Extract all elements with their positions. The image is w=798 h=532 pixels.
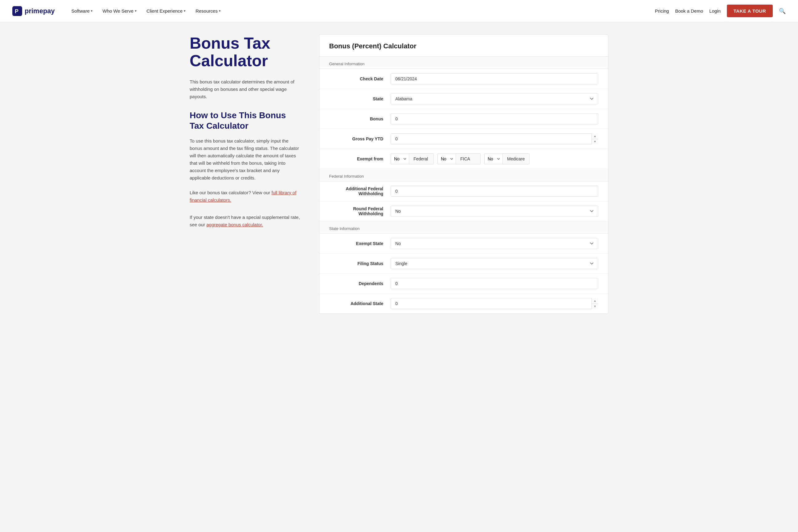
round-federal-label: Round FederalWithholding [329, 206, 391, 216]
bonus-input[interactable] [391, 113, 598, 125]
exempt-from-row: Exempt from No Yes Federal No Yes FICA [319, 149, 608, 169]
medicare-exempt-group: No Yes Medicare [484, 153, 530, 165]
medicare-exempt-select[interactable]: No Yes [484, 153, 503, 165]
aggregate-text: If your state doesn't have a special sup… [190, 214, 301, 228]
section-general-label: General Information [319, 57, 608, 69]
additional-state-spinner: ▲ ▼ [591, 298, 598, 309]
state-row: State Alabama Alaska Arizona Arkansas Ca… [319, 89, 608, 109]
nav-pricing[interactable]: Pricing [655, 8, 669, 14]
search-icon[interactable]: 🔍 [779, 8, 786, 15]
chevron-down-icon: ▾ [219, 9, 221, 13]
check-date-input[interactable] [391, 73, 598, 84]
page-title: Bonus Tax Calculator [190, 35, 301, 70]
dependents-row: Dependents [319, 274, 608, 294]
how-to-title: How to Use This Bonus Tax Calculator [190, 110, 301, 131]
logo-icon: P [12, 6, 22, 16]
library-link-text: Like our bonus tax calculator? View our … [190, 189, 301, 204]
bonus-row: Bonus [319, 109, 608, 129]
additional-state-row: Additional State ▲ ▼ [319, 294, 608, 314]
filing-status-row: Filing Status Single Married Head of Hou… [319, 254, 608, 274]
exempt-state-label: Exempt State [329, 241, 391, 246]
gross-pay-ytd-row: Gross Pay YTD ▲ ▼ [319, 129, 608, 149]
fica-exempt-select[interactable]: No Yes [437, 153, 456, 165]
left-panel: Bonus Tax Calculator This bonus tax calc… [190, 35, 307, 238]
page-layout: Bonus Tax Calculator This bonus tax calc… [184, 22, 614, 326]
take-tour-button[interactable]: TAKE A TOUR [727, 5, 773, 17]
calculator-title: Bonus (Percent) Calculator [329, 42, 598, 50]
section-state-label: State Information [319, 221, 608, 234]
additional-federal-input[interactable] [391, 186, 598, 197]
nav-right: Pricing Book a Demo Login TAKE A TOUR 🔍 [655, 5, 786, 17]
federal-label: Federal [409, 153, 434, 165]
navbar: P primepay Software ▾ Who We Serve ▾ Cli… [0, 0, 798, 22]
state-select[interactable]: Alabama Alaska Arizona Arkansas Californ… [391, 93, 598, 104]
round-federal-row: Round FederalWithholding No Yes [319, 201, 608, 221]
exempt-state-select[interactable]: No Yes [391, 238, 598, 249]
section-federal-label: Federal Information [319, 169, 608, 181]
aggregate-link[interactable]: aggregate bonus calculator. [206, 222, 263, 227]
nav-client-experience[interactable]: Client Experience ▾ [142, 6, 190, 16]
logo-link[interactable]: P primepay [12, 6, 55, 16]
additional-federal-label: Additional FederalWithholding [329, 186, 391, 196]
nav-login[interactable]: Login [709, 8, 721, 14]
spinner-down-additional-icon[interactable]: ▼ [592, 304, 598, 309]
exempt-from-label: Exempt from [329, 156, 391, 161]
dependents-label: Dependents [329, 281, 391, 286]
exempt-from-groups: No Yes Federal No Yes FICA No Yes [391, 153, 598, 165]
gross-pay-ytd-label: Gross Pay YTD [329, 136, 391, 141]
dependents-input[interactable] [391, 278, 598, 289]
filing-status-label: Filing Status [329, 261, 391, 266]
round-federal-select[interactable]: No Yes [391, 206, 598, 217]
check-date-row: Check Date [319, 69, 608, 89]
how-to-body: To use this bonus tax calculator, simply… [190, 137, 301, 182]
chevron-down-icon: ▾ [135, 9, 137, 13]
additional-state-label: Additional State [329, 301, 391, 306]
gross-pay-ytd-spinner: ▲ ▼ [591, 133, 598, 145]
brand-name: primepay [25, 7, 55, 15]
additional-federal-row: Additional FederalWithholding [319, 181, 608, 201]
svg-text:P: P [15, 8, 18, 15]
additional-state-input[interactable] [391, 298, 598, 309]
nav-book-demo[interactable]: Book a Demo [675, 8, 703, 14]
additional-state-wrapper: ▲ ▼ [391, 298, 598, 309]
filing-status-select[interactable]: Single Married Head of Household [391, 258, 598, 269]
federal-exempt-select[interactable]: No Yes [391, 153, 409, 165]
description-text: This bonus tax calculator determines the… [190, 78, 301, 100]
fica-exempt-group: No Yes FICA [437, 153, 480, 165]
nav-software[interactable]: Software ▾ [67, 6, 97, 16]
check-date-label: Check Date [329, 76, 391, 81]
gross-pay-ytd-input[interactable] [391, 133, 598, 145]
nav-who-we-serve[interactable]: Who We Serve ▾ [98, 6, 141, 16]
bonus-label: Bonus [329, 116, 391, 121]
exempt-state-row: Exempt State No Yes [319, 234, 608, 254]
federal-exempt-group: No Yes Federal [391, 153, 434, 165]
medicare-label: Medicare [503, 153, 530, 165]
calculator-panel: Bonus (Percent) Calculator General Infor… [319, 35, 608, 314]
spinner-up-additional-icon[interactable]: ▲ [592, 298, 598, 304]
spinner-up-icon[interactable]: ▲ [592, 133, 598, 139]
fica-label: FICA [456, 153, 480, 165]
spinner-down-icon[interactable]: ▼ [592, 139, 598, 145]
nav-resources[interactable]: Resources ▾ [191, 6, 225, 16]
chevron-down-icon: ▾ [91, 9, 93, 13]
chevron-down-icon: ▾ [184, 9, 186, 13]
nav-links: Software ▾ Who We Serve ▾ Client Experie… [67, 6, 655, 16]
gross-pay-ytd-wrapper: ▲ ▼ [391, 133, 598, 145]
calculator-header: Bonus (Percent) Calculator [319, 35, 608, 57]
state-label: State [329, 96, 391, 101]
